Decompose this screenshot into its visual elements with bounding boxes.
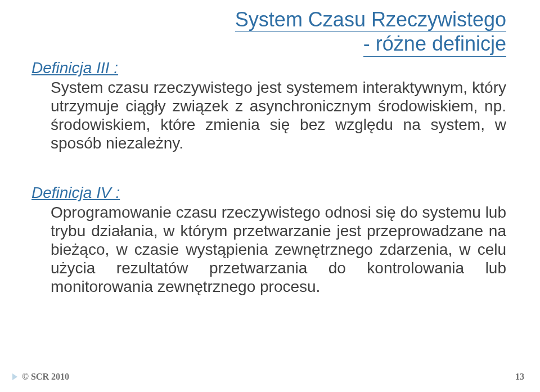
- footer: © SCR 2010: [12, 372, 69, 382]
- slide-title-line1: System Czasu Rzeczywistego: [235, 8, 506, 32]
- definition-3-text: System czasu rzeczywistego jest systemem…: [51, 78, 506, 152]
- definition-4-text: Oprogramowanie czasu rzeczywistego odnos…: [51, 203, 506, 296]
- slide-title-line2: - różne definicje: [363, 32, 506, 56]
- slide: System Czasu Rzeczywistego - różne defin…: [0, 0, 540, 392]
- spacer: [32, 152, 506, 184]
- definition-4-heading: Definicja IV :: [32, 184, 506, 202]
- definition-3-heading: Definicja III :: [32, 59, 506, 77]
- page-number: 13: [515, 372, 524, 382]
- title-wrap: System Czasu Rzeczywistego - różne defin…: [32, 8, 506, 18]
- slide-body: Definicja III : System czasu rzeczywiste…: [32, 57, 506, 296]
- arrow-right-icon: [12, 373, 17, 380]
- copyright-text: © SCR 2010: [22, 372, 69, 382]
